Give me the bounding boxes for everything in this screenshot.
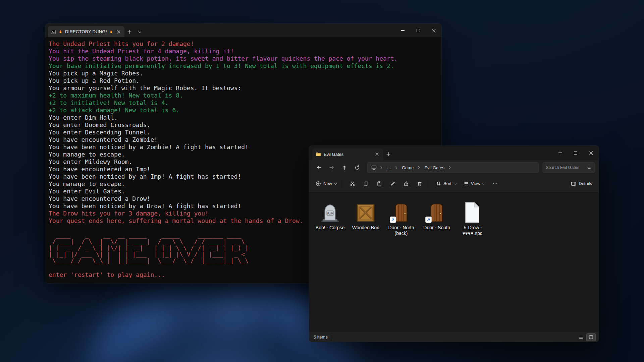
- new-tab-button[interactable]: [383, 148, 393, 160]
- terminal-line: You pick up a Red Potion.: [49, 77, 438, 84]
- wooden-crate-icon: [355, 201, 377, 224]
- explorer-window: Evil Gates: [309, 146, 599, 342]
- terminal-line: +2 to maximum health! New total is 8.: [49, 92, 438, 99]
- chevron-right-icon: [417, 165, 421, 170]
- view-button[interactable]: View: [460, 178, 488, 189]
- delete-button[interactable]: [413, 178, 426, 189]
- shortcut-overlay: [425, 217, 432, 223]
- file-icon-slot: RIP: [317, 198, 343, 224]
- terminal-tab[interactable]: DIRECTORY DUNGEON: [48, 26, 124, 37]
- breadcrumb-item-evil-gates[interactable]: Evil Gates: [422, 164, 446, 171]
- terminal-line: +2 to attack damage! New total is 6.: [49, 107, 438, 114]
- refresh-button[interactable]: [351, 162, 363, 173]
- new-button[interactable]: New: [312, 178, 340, 189]
- file-icon-slot: [388, 198, 414, 224]
- tab-dropdown-icon[interactable]: [135, 26, 145, 37]
- terminal-line: You armour yourself with the Magic Robes…: [49, 84, 438, 92]
- file-item[interactable]: Wooden Box: [348, 197, 383, 238]
- details-view-toggle[interactable]: [577, 334, 585, 341]
- file-item[interactable]: RIP Bob! - Corpse: [312, 197, 348, 238]
- item-count: 5 items: [314, 335, 328, 340]
- document-icon: [463, 201, 482, 224]
- back-button[interactable]: [313, 162, 325, 173]
- forward-button[interactable]: [326, 162, 338, 173]
- sort-button-label: Sort: [443, 181, 451, 186]
- folder-icon: [316, 152, 321, 157]
- share-button[interactable]: [400, 178, 413, 189]
- terminal-tab-title: DIRECTORY DUNGEON: [65, 29, 107, 34]
- close-button[interactable]: [583, 146, 599, 160]
- this-pc-icon[interactable]: [370, 165, 378, 170]
- breadcrumb: … Game Evil Gates: [367, 162, 539, 173]
- rename-icon: [390, 181, 395, 186]
- maximize-button[interactable]: [411, 24, 426, 37]
- breadcrumb-overflow[interactable]: …: [384, 164, 393, 171]
- explorer-titlebar[interactable]: Evil Gates: [309, 146, 599, 160]
- file-icon-slot: [353, 198, 378, 224]
- file-item[interactable]: ♗ Drow - ♥♥♥♥.npc: [454, 197, 490, 238]
- new-tab-button[interactable]: [124, 26, 135, 37]
- more-options-button[interactable]: ⋯: [489, 178, 501, 189]
- flame-icon: [58, 29, 63, 34]
- svg-text:RIP: RIP: [327, 212, 333, 215]
- shortcut-arrow-icon: [426, 218, 431, 222]
- file-label: ♗ Drow - ♥♥♥♥.npc: [455, 225, 489, 236]
- terminal-line: Your base initiative permanently increas…: [49, 62, 438, 70]
- explorer-addressbar: … Game Evil Gates: [309, 160, 599, 175]
- tab-close-icon[interactable]: [116, 29, 122, 35]
- tab-close-icon[interactable]: [374, 151, 380, 157]
- file-icon-slot: [460, 198, 485, 224]
- copy-button[interactable]: [360, 178, 372, 189]
- share-icon: [404, 181, 409, 186]
- chevron-right-icon: [379, 165, 384, 170]
- terminal-line: You enter Doomed Crossroads.: [49, 121, 438, 129]
- breadcrumb-item-game[interactable]: Game: [399, 164, 416, 171]
- file-grid: RIP Bob! - Corpse Wooden Box Door - Nort…: [309, 192, 599, 332]
- search-icon: [587, 165, 592, 170]
- large-icons-view-toggle[interactable]: [587, 334, 595, 341]
- details-panel-icon: [571, 181, 576, 186]
- explorer-tab-title: Evil Gates: [324, 152, 371, 157]
- terminal-titlebar[interactable]: DIRECTORY DUNGEON: [45, 24, 441, 37]
- file-label: Door - South: [423, 225, 450, 231]
- view-icon: [463, 181, 469, 186]
- cut-button[interactable]: [346, 178, 359, 189]
- view-button-label: View: [471, 181, 480, 186]
- file-label: Bob! - Corpse: [316, 225, 344, 231]
- terminal-line: You sip the steaming black potion, its s…: [49, 55, 438, 62]
- new-button-label: New: [323, 181, 332, 186]
- file-item[interactable]: Door - South: [419, 197, 454, 238]
- explorer-tab[interactable]: Evil Gates: [312, 148, 383, 160]
- terminal-line: You hit the Undead Priest for 4 damage, …: [49, 48, 438, 55]
- terminal-line: You enter Descending Tunnel.: [49, 129, 438, 136]
- file-label: Wooden Box: [352, 225, 379, 231]
- paste-icon: [377, 181, 382, 186]
- terminal-line: +2 to initiative! New total is 4.: [49, 99, 438, 107]
- search-input[interactable]: [546, 165, 585, 170]
- maximize-button[interactable]: [568, 146, 583, 160]
- plus-circle-icon: [316, 181, 321, 186]
- list-view-icon: [579, 335, 583, 340]
- shortcut-overlay: [390, 217, 396, 223]
- minimize-button[interactable]: [552, 146, 568, 160]
- paste-button[interactable]: [373, 178, 386, 189]
- close-button[interactable]: [426, 24, 441, 37]
- copy-icon: [363, 181, 369, 186]
- terminal-line: You have encountered a Zombie!: [49, 136, 438, 143]
- minimize-button[interactable]: [395, 24, 411, 37]
- terminal-line: You pick up a Magic Robes.: [49, 70, 438, 77]
- file-item[interactable]: Door - North (back): [383, 197, 419, 238]
- search-box[interactable]: [543, 162, 595, 173]
- details-button-label: Details: [579, 181, 592, 186]
- explorer-commandbar: New: [309, 175, 599, 192]
- chevron-right-icon: [394, 165, 399, 170]
- rename-button[interactable]: [386, 178, 399, 189]
- sort-button[interactable]: Sort: [432, 178, 459, 189]
- sort-icon: [436, 181, 441, 186]
- file-label: Door - North (back): [384, 225, 418, 236]
- file-icon-slot: [424, 198, 449, 224]
- terminal-app-icon: [51, 29, 56, 35]
- cut-icon: [350, 181, 355, 186]
- details-button[interactable]: Details: [568, 178, 595, 189]
- up-button[interactable]: [338, 162, 351, 173]
